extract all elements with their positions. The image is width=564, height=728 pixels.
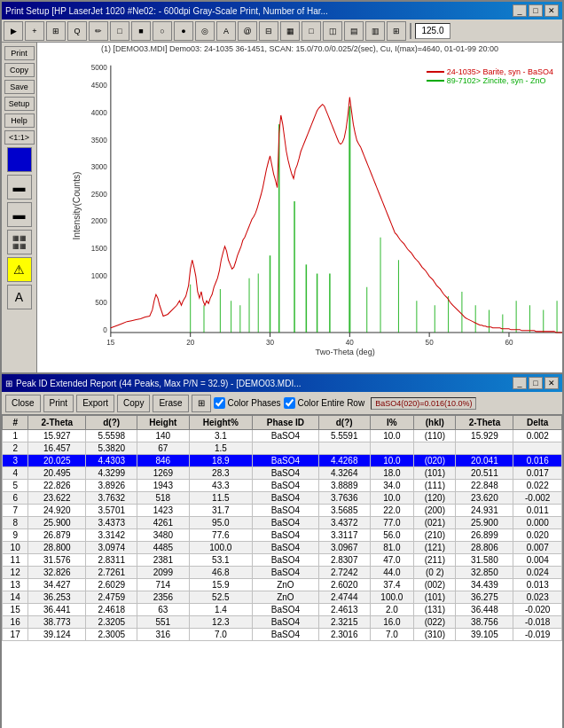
- chart-area: (1) [DEMO03.MDI] Demo03: 24-1035 36-1451…: [37, 43, 562, 383]
- table-row[interactable]: 1638.7732.320555112.3BaSO42.321516.0(022…: [3, 616, 562, 629]
- svg-text:20: 20: [186, 339, 195, 347]
- table-row[interactable]: 115.9275.55981403.1BaSO45.559110.0(110)1…: [3, 430, 562, 442]
- toolbar-icon-table[interactable]: ⊟: [259, 21, 278, 41]
- table-cell: 2.3205: [86, 616, 137, 629]
- color-entire-row-checkbox[interactable]: [284, 397, 295, 409]
- table-row[interactable]: 724.9203.5701142331.7BaSO43.568522.0(200…: [3, 505, 562, 517]
- toolbar-icon-9[interactable]: ●: [174, 21, 193, 41]
- table-cell: [370, 442, 414, 455]
- table-cell: 13: [3, 579, 28, 591]
- table-cell: 23.620: [456, 492, 513, 505]
- table-row[interactable]: 1739.1242.30053167.0BaSO42.30167.0(310)3…: [3, 629, 562, 641]
- toolbar-icon-6[interactable]: □: [110, 21, 129, 41]
- table-row[interactable]: 216.4575.3820671.5: [3, 442, 562, 455]
- col-height: Height: [137, 416, 190, 430]
- table-row[interactable]: 1232.8262.7261209946.8BaSO42.724244.0(0 …: [3, 567, 562, 579]
- toolbar-icon-b5[interactable]: ⊞: [387, 21, 406, 41]
- save-button[interactable]: Save: [4, 80, 35, 94]
- copy-report-button[interactable]: Copy: [117, 395, 150, 412]
- toolbar-icon-A[interactable]: A: [216, 21, 236, 41]
- table-cell: 0.023: [513, 591, 562, 604]
- table-cell: 714: [137, 579, 190, 591]
- toolbar-icon-5[interactable]: ✏: [89, 21, 108, 41]
- table-row[interactable]: 420.4954.3299126928.3BaSO44.326418.0(101…: [3, 467, 562, 480]
- toolbar-icon-8[interactable]: ○: [153, 21, 172, 41]
- table-row[interactable]: 623.6223.763251811.5BaSO43.763610.0(120)…: [3, 492, 562, 505]
- table-cell: 4.4303: [86, 455, 137, 467]
- chart-legend: 24-1035> Barite, syn - BaSO4 89-7102> Zi…: [427, 67, 553, 85]
- table-cell: 44.0: [370, 567, 414, 579]
- table-cell: 3.8926: [86, 480, 137, 492]
- table-row[interactable]: 1334.4272.602971415.9ZnO2.602037.4(002)3…: [3, 579, 562, 591]
- table-cell: 22.0: [370, 505, 414, 517]
- grid-button[interactable]: ⊞: [192, 395, 211, 412]
- table-cell: 2.6020: [318, 579, 370, 591]
- maximize-button[interactable]: □: [529, 4, 543, 17]
- pattern-3-icon[interactable]: ▦▦▦▦: [7, 230, 32, 254]
- toolbar-icon-2[interactable]: +: [25, 21, 44, 41]
- svg-text:4000: 4000: [91, 109, 108, 117]
- table-cell: 77.6: [189, 529, 252, 542]
- close-button[interactable]: ✕: [544, 4, 559, 17]
- table-cell: 36.441: [28, 604, 86, 616]
- table-row[interactable]: 1028.8003.09744485100.0BaSO43.096781.0(1…: [3, 542, 562, 554]
- color-entire-row-label: Color Entire Row: [298, 398, 365, 408]
- peaks-table-container[interactable]: # 2-Theta d(?) Height Height% Phase ID d…: [2, 415, 562, 728]
- ratio-button[interactable]: <1:1>: [4, 130, 35, 145]
- zoom-input[interactable]: 125.0: [415, 23, 450, 39]
- color-blue-icon[interactable]: [7, 147, 32, 172]
- export-button[interactable]: Export: [76, 395, 114, 412]
- table-cell: 26.879: [28, 529, 86, 542]
- print-button[interactable]: Print: [4, 46, 35, 60]
- table-row[interactable]: 522.8263.8926194343.3BaSO43.888934.0(111…: [3, 480, 562, 492]
- toolbar-icon-1[interactable]: ▶: [4, 21, 23, 41]
- table-row[interactable]: 1536.4412.4618631.4BaSO42.46132.0(131)36…: [3, 604, 562, 616]
- color-phases-checkbox[interactable]: [214, 397, 225, 409]
- table-cell: 7: [3, 505, 28, 517]
- table-row[interactable]: 1131.5762.8311238153.1BaSO42.830747.0(21…: [3, 554, 562, 567]
- table-cell: 2.7242: [318, 567, 370, 579]
- toolbar-icon-b4[interactable]: ▥: [365, 21, 385, 41]
- legend-zincite: 89-7102> Zincite, syn - ZnO: [427, 76, 553, 85]
- bottom-minimize-button[interactable]: _: [513, 377, 527, 389]
- print-report-button[interactable]: Print: [43, 395, 74, 412]
- table-cell: 36.253: [28, 591, 86, 604]
- table-row[interactable]: 320.0254.430384618.9BaSO44.426810.0(020)…: [3, 455, 562, 467]
- setup-button[interactable]: Setup: [4, 97, 35, 111]
- copy-button[interactable]: Copy: [4, 63, 35, 77]
- pattern-2-icon[interactable]: ▬: [7, 202, 32, 227]
- table-row[interactable]: 825.9003.4373426195.0BaSO43.437277.0(021…: [3, 517, 562, 529]
- toolbar-icon-b1[interactable]: □: [302, 21, 321, 41]
- help-button[interactable]: Help: [4, 114, 35, 128]
- left-panel: Print Copy Save Setup Help <1:1> ▬ ▬ ▦▦▦…: [2, 43, 37, 383]
- table-cell: 4485: [137, 542, 190, 554]
- svg-text:60: 60: [505, 339, 513, 347]
- toolbar-icon-b2[interactable]: ◫: [323, 21, 342, 41]
- erase-button[interactable]: Erase: [153, 395, 188, 412]
- table-cell: 2.4613: [318, 604, 370, 616]
- toolbar-icon-b3[interactable]: ▤: [344, 21, 364, 41]
- table-row[interactable]: 926.8793.3142348077.6BaSO43.311756.0(210…: [3, 529, 562, 542]
- table-cell: [318, 442, 370, 455]
- svg-text:15: 15: [106, 339, 115, 347]
- toolbar-icon-10[interactable]: ◎: [195, 21, 215, 41]
- col-height-pct: Height%: [189, 416, 252, 430]
- close-report-button[interactable]: Close: [5, 395, 41, 412]
- toolbar-icon-grid[interactable]: ▦: [280, 21, 300, 41]
- svg-text:3000: 3000: [91, 163, 108, 171]
- toolbar-icon-at[interactable]: @: [238, 21, 257, 41]
- minimize-button[interactable]: _: [513, 4, 527, 17]
- pattern-1-icon[interactable]: ▬: [7, 175, 32, 200]
- warning-A-icon[interactable]: ⚠: [7, 257, 32, 282]
- toolbar-icon-4[interactable]: Q: [67, 21, 87, 41]
- color-entire-row-checkbox-area: Color Entire Row: [284, 397, 365, 409]
- col-i-pct: I%: [370, 416, 414, 430]
- toolbar-icon-7[interactable]: ■: [131, 21, 151, 41]
- bottom-close-button[interactable]: ✕: [544, 377, 559, 389]
- toolbar-icon-3[interactable]: ⊞: [46, 21, 66, 41]
- table-row[interactable]: 1436.2532.4759235652.5ZnO2.4744100.0(101…: [3, 591, 562, 604]
- table-cell: 34.0: [370, 480, 414, 492]
- text-A-icon[interactable]: A: [7, 285, 32, 309]
- table-cell: 2.3215: [318, 616, 370, 629]
- bottom-maximize-button[interactable]: □: [529, 377, 543, 389]
